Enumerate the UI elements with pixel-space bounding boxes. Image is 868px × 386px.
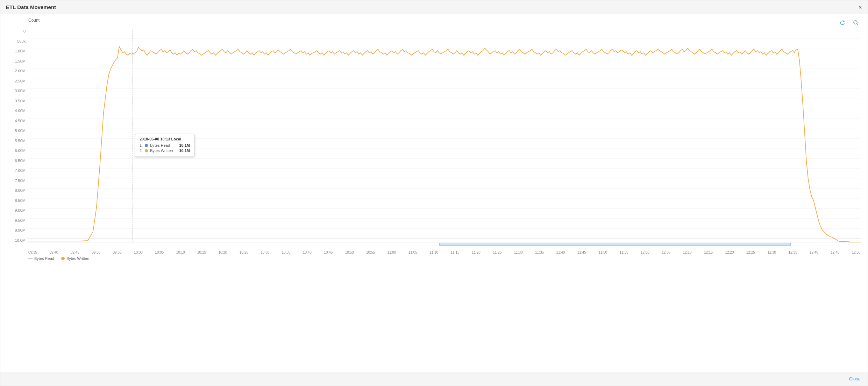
y-label-0: 0 [7, 29, 28, 33]
x-label-1225: 12:25 [746, 250, 755, 254]
x-label-1150: 11:50 [598, 250, 607, 254]
x-label-0935: 09:35 [28, 250, 37, 254]
y-label-500: 500k [7, 39, 28, 43]
y-label-100k: 1.00M [7, 49, 28, 53]
x-label-1025: 10:25 [240, 250, 248, 254]
x-label-1110: 11:10 [429, 250, 438, 254]
x-label-1240: 12:40 [810, 250, 818, 254]
x-label-1010: 10:10 [176, 250, 185, 254]
y-label-10m: 10.0M [7, 238, 28, 242]
x-label-1020: 10:20 [218, 250, 227, 254]
x-label-1135: 11:35 [535, 250, 544, 254]
x-label-1055: 10:55 [366, 250, 375, 254]
legend-bytes-read: Bytes Read [28, 256, 54, 261]
y-label-650k: 6.50M [7, 159, 28, 163]
legend-bytes-written-label: Bytes Written [66, 256, 89, 261]
tooltip-row1-value: 10.1M [179, 143, 190, 147]
x-label-1000: 10:00 [134, 250, 143, 254]
tooltip-row2-index: 2. [140, 148, 143, 153]
y-label-300k: 3.00M [7, 89, 28, 93]
y-label-750k: 7.50M [7, 179, 28, 183]
tooltip-row2-name: Bytes Written [150, 148, 173, 153]
tooltip-row-2: 2. Bytes Written 10.1M [140, 148, 190, 153]
x-label-1035: 10:35 [282, 250, 291, 254]
svg-point-0 [854, 21, 857, 24]
tooltip-row1-dot [145, 144, 148, 147]
legend-bytes-read-dot [28, 258, 33, 259]
search-button[interactable] [851, 18, 861, 28]
y-label-250k: 2.50M [7, 79, 28, 83]
window-close-button[interactable]: × [858, 4, 862, 10]
chart-icons [838, 18, 861, 28]
x-label-1105: 11:05 [408, 250, 417, 254]
title-bar-left: ETL Data Movement [6, 4, 56, 10]
x-label-1040: 10:40 [303, 250, 312, 254]
y-label-700k: 7.00M [7, 168, 28, 173]
y-label-900k: 9.00M [7, 208, 28, 212]
x-label-1210: 12:10 [683, 250, 692, 254]
x-label-1230: 12:30 [767, 250, 776, 254]
chart-area: Count 10.0M [0, 14, 868, 372]
y-label-550k: 5.50M [7, 139, 28, 143]
x-label-1205: 12:05 [662, 250, 670, 254]
y-label-600k: 6.00M [7, 148, 28, 153]
y-label-200k: 2.00M [7, 69, 28, 73]
y-label-800k: 8.00M [7, 188, 28, 192]
y-label-450k: 4.50M [7, 119, 28, 123]
x-label-1125: 11:25 [493, 250, 501, 254]
x-label-1015: 10:15 [197, 250, 206, 254]
y-label-400k: 4.00M [7, 109, 28, 113]
svg-line-1 [857, 24, 858, 25]
tooltip-row-1: 1. Bytes Read 10.1M [140, 143, 190, 147]
tooltip-row2-value: 10.1M [179, 148, 190, 153]
x-label-1005: 10:05 [155, 250, 164, 254]
x-label-1030: 10:30 [261, 250, 269, 254]
x-label-0945: 09:45 [71, 250, 79, 254]
legend-bytes-written-dot [61, 257, 65, 260]
count-label: Count [28, 18, 40, 23]
x-label-1120: 11:20 [472, 250, 481, 254]
x-label-1250: 12:50 [852, 250, 861, 254]
legend-bytes-read-label: Bytes Read [34, 256, 54, 261]
title-bar: ETL Data Movement × [0, 0, 868, 14]
tooltip-row2-dot [145, 149, 148, 152]
y-label-990k: 9.90M [7, 228, 28, 232]
x-label-0940: 09:40 [49, 250, 58, 254]
chart-inner: 2018-06-08 10:13 Local 1. Bytes Read 10.… [28, 29, 861, 249]
y-label-350k: 3.50M [7, 99, 28, 103]
x-axis: 09:35 09:40 09:45 09:50 09:55 10:00 10:0… [28, 249, 861, 254]
y-label-850k: 8.50M [7, 198, 28, 203]
x-label-1050: 10:50 [345, 250, 354, 254]
main-window: ETL Data Movement × Count [0, 0, 868, 386]
close-button[interactable]: Close [849, 376, 861, 381]
refresh-button[interactable] [838, 18, 847, 28]
x-label-1140: 11:40 [556, 250, 565, 254]
y-label-950k: 9.50M [7, 218, 28, 223]
x-label-1200: 12:00 [641, 250, 649, 254]
x-label-1130: 11:30 [514, 250, 523, 254]
x-label-1145: 11:45 [577, 250, 586, 254]
x-label-1045: 10:45 [324, 250, 333, 254]
footer-bar: Close [0, 372, 868, 386]
window-title: ETL Data Movement [6, 4, 56, 10]
x-label-1245: 12:45 [831, 250, 839, 254]
y-label-500k: 5.00M [7, 129, 28, 133]
tooltip-row1-name: Bytes Read [150, 143, 170, 147]
tooltip-row1-index: 1. [140, 143, 143, 147]
x-label-0950: 09:50 [92, 250, 100, 254]
x-label-1115: 11:15 [451, 250, 460, 254]
y-axis: 10.0M 9.90M 9.50M 9.00M 8.50M 8.00M 7.50… [7, 29, 28, 243]
x-label-1100: 11:00 [387, 250, 396, 254]
tooltip: 2018-06-08 10:13 Local 1. Bytes Read 10.… [135, 134, 194, 157]
y-label-150k: 1.50M [7, 59, 28, 63]
x-label-1155: 11:55 [620, 250, 628, 254]
x-label-0955: 09:55 [113, 250, 122, 254]
x-label-1235: 12:35 [789, 250, 797, 254]
chart-container: 10.0M 9.90M 9.50M 9.00M 8.50M 8.00M 7.50… [7, 29, 861, 261]
chart-header: Count [7, 18, 861, 28]
x-label-1215: 12:15 [704, 250, 713, 254]
legend-area: Bytes Read Bytes Written [28, 254, 861, 261]
x-label-1220: 12:20 [725, 250, 734, 254]
tooltip-title: 2018-06-08 10:13 Local [140, 137, 190, 141]
legend-bytes-written: Bytes Written [61, 256, 89, 261]
